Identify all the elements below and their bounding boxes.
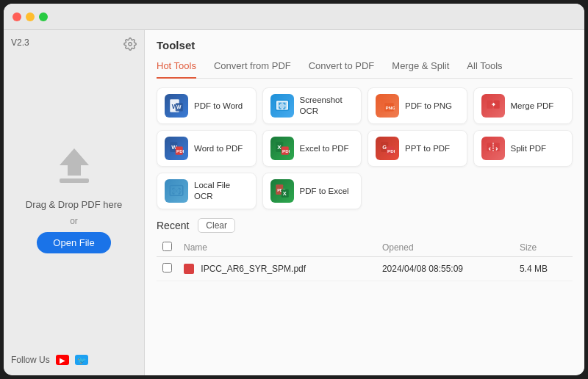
excel-to-pdf-icon: XPDF xyxy=(270,137,294,160)
svg-text:X: X xyxy=(282,190,286,197)
svg-text:G: G xyxy=(382,144,387,151)
maximize-button[interactable] xyxy=(39,12,48,21)
row-size: 5.4 MB xyxy=(514,257,573,281)
right-panel: Toolset Hot Tools Convert from PDF Conve… xyxy=(145,30,584,375)
local-file-ocr-label: Local File OCR xyxy=(194,180,248,202)
screenshot-ocr-label: Screenshot OCR xyxy=(300,95,354,117)
svg-text:PDF: PDF xyxy=(282,148,290,154)
panel-header: Toolset Hot Tools Convert from PDF Conve… xyxy=(145,30,584,79)
tool-split-pdf[interactable]: Split PDF xyxy=(473,130,573,167)
app-window: V2.3 Drag & Drop PDF here or Open File F… xyxy=(4,4,584,375)
tool-excel-to-pdf[interactable]: XPDF Excel to PDF xyxy=(262,130,362,167)
svg-point-0 xyxy=(129,43,132,46)
minimize-button[interactable] xyxy=(26,12,35,21)
twitter-icon[interactable]: 🐦 xyxy=(75,355,88,365)
svg-text:W: W xyxy=(176,104,182,109)
svg-text:PDF: PDF xyxy=(387,148,395,154)
merge-pdf-icon xyxy=(481,94,505,118)
recent-section: Recent Clear Name Opened Size xyxy=(145,218,584,375)
panel-title: Toolset xyxy=(157,39,573,51)
word-to-pdf-icon: WPDF xyxy=(165,137,188,160)
row-filename: IPCC_AR6_SYR_SPM.pdf xyxy=(178,257,376,281)
select-all-checkbox[interactable] xyxy=(162,242,172,251)
main-content: V2.3 Drag & Drop PDF here or Open File F… xyxy=(4,30,584,375)
split-pdf-icon xyxy=(481,137,505,160)
filename-text: IPCC_AR6_SYR_SPM.pdf xyxy=(201,264,306,274)
col-size: Size xyxy=(514,239,573,257)
svg-marker-1 xyxy=(60,148,89,176)
tool-pdf-to-png[interactable]: PNG PDF to PNG xyxy=(368,87,467,124)
tool-local-file-ocr[interactable]: OCR Local File OCR xyxy=(157,173,257,209)
excel-to-pdf-label: Excel to PDF xyxy=(300,143,349,154)
tool-screenshot-ocr[interactable]: Screenshot OCR xyxy=(262,87,362,124)
tabs: Hot Tools Convert from PDF Convert to PD… xyxy=(157,57,573,79)
pdf-to-word-label: PDF to Word xyxy=(194,101,243,112)
or-text: or xyxy=(70,216,78,226)
tab-merge-split[interactable]: Merge & Split xyxy=(392,57,449,79)
screenshot-ocr-icon xyxy=(270,94,294,118)
svg-text:PNG: PNG xyxy=(386,105,395,110)
sidebar-footer: Follow Us ▶ 🐦 xyxy=(11,347,88,368)
tab-convert-to-pdf[interactable]: Convert to PDF xyxy=(309,57,375,79)
tab-all-tools[interactable]: All Tools xyxy=(467,57,502,79)
svg-text:X: X xyxy=(277,144,282,151)
svg-text:OCR: OCR xyxy=(173,189,182,193)
col-opened: Opened xyxy=(376,239,514,257)
pdf-to-excel-icon: PDFX xyxy=(270,179,294,203)
pdf-to-png-label: PDF to PNG xyxy=(405,101,452,112)
table-row: IPCC_AR6_SYR_SPM.pdf 2024/04/08 08:55:09… xyxy=(157,257,573,281)
recent-header: Recent Clear xyxy=(157,218,573,233)
row-checkbox-cell xyxy=(157,257,178,281)
split-pdf-label: Split PDF xyxy=(511,143,547,154)
word-to-pdf-label: Word to PDF xyxy=(194,143,243,154)
follow-us-label: Follow Us xyxy=(11,355,50,365)
tools-grid: WW PDF to Word Screenshot OCR PNG xyxy=(145,79,584,218)
tab-hot-tools[interactable]: Hot Tools xyxy=(157,57,196,79)
svg-rect-2 xyxy=(60,178,89,183)
col-checkbox xyxy=(157,239,178,257)
traffic-lights xyxy=(12,12,48,21)
pdf-to-png-icon: PNG xyxy=(376,94,399,118)
sidebar: V2.3 Drag & Drop PDF here or Open File F… xyxy=(4,30,145,375)
tool-ppt-to-pdf[interactable]: GPDF PPT to PDF xyxy=(368,130,467,167)
version-label: V2.3 xyxy=(11,37,29,48)
close-button[interactable] xyxy=(12,12,21,21)
tool-pdf-to-excel[interactable]: PDFX PDF to Excel xyxy=(262,173,362,209)
recent-title: Recent xyxy=(157,220,189,231)
tool-word-to-pdf[interactable]: WPDF Word to PDF xyxy=(157,130,257,167)
drag-drop-text: Drag & Drop PDF here xyxy=(26,198,123,213)
drop-area[interactable]: Drag & Drop PDF here or Open File xyxy=(11,51,137,347)
tool-pdf-to-word[interactable]: WW PDF to Word xyxy=(157,87,257,124)
merge-pdf-label: Merge PDF xyxy=(511,101,554,112)
clear-button[interactable]: Clear xyxy=(198,218,235,233)
titlebar xyxy=(4,4,584,30)
open-file-button[interactable]: Open File xyxy=(37,232,110,253)
row-opened: 2024/04/08 08:55:09 xyxy=(376,257,514,281)
tool-merge-pdf[interactable]: Merge PDF xyxy=(473,87,573,124)
drop-icon xyxy=(49,145,100,189)
pdf-to-excel-label: PDF to Excel xyxy=(300,186,349,197)
svg-text:PDF: PDF xyxy=(176,148,184,154)
local-file-ocr-icon: OCR xyxy=(165,179,188,203)
pdf-to-word-icon: WW xyxy=(165,94,188,118)
tab-convert-from-pdf[interactable]: Convert from PDF xyxy=(214,57,291,79)
row-checkbox[interactable] xyxy=(162,263,172,272)
file-icon xyxy=(184,264,194,274)
ppt-to-pdf-icon: GPDF xyxy=(376,137,399,160)
settings-icon[interactable] xyxy=(123,37,137,54)
ppt-to-pdf-label: PPT to PDF xyxy=(405,143,450,154)
col-name: Name xyxy=(178,239,376,257)
recent-table: Name Opened Size IPCC_AR6_SYR xyxy=(157,239,573,281)
youtube-icon[interactable]: ▶ xyxy=(56,355,69,365)
